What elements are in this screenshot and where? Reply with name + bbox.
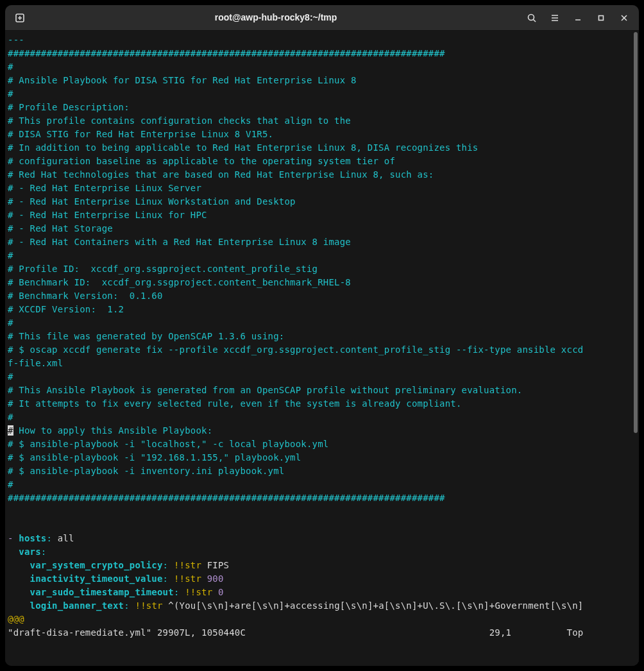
editor-line: # XCCDF Version: 1.2 [8,304,124,314]
editor-line: # [8,62,13,72]
editor-line: # $ ansible-playbook -i inventory.ini pl… [8,466,284,476]
yaml-value: all [52,533,74,543]
yaml-tag: !!str [185,587,212,597]
minimize-button[interactable] [567,8,589,28]
editor-line: # [8,89,13,99]
editor-line: --- [8,35,24,45]
yaml-value: ^(You[\s\n]+are[\s\n]+accessing[\s\n]+a[… [163,600,584,611]
maximize-button[interactable] [590,8,612,28]
new-tab-button[interactable] [9,8,31,28]
editor-line: # [8,479,13,489]
editor-line: # This file was generated by OpenSCAP 1.… [8,331,284,341]
yaml-tag: !!str [135,600,163,611]
editor-line: # In addition to being applicable to Red… [8,142,478,153]
yaml-value: 900 [207,573,224,584]
close-button[interactable] [613,8,635,28]
svg-rect-9 [599,15,604,20]
editor-line: ########################################… [8,48,445,58]
window-title: root@awp-hub-rocky8:~/tmp [32,11,520,24]
search-button[interactable] [521,8,543,28]
editor-line: # $ oscap xccdf generate fix --profile x… [8,344,583,355]
editor-line: # - Red Hat Containers with a Red Hat En… [8,237,351,247]
titlebar: root@awp-hub-rocky8:~/tmp [5,5,639,31]
editor-line: # DISA STIG for Red Hat Enterprise Linux… [8,129,273,139]
yaml-var-key: var_sudo_timestamp_timeout [30,587,174,597]
editor-line: How to apply this Ansible Playbook: [13,425,213,436]
svg-point-3 [529,14,534,20]
yaml-value: FIPS [201,560,229,570]
editor-line: # [8,250,13,260]
editor-line: # Red Hat technologies that are based on… [8,169,434,180]
yaml-var-key: login_banner_text [30,600,124,611]
terminal-window: root@awp-hub-rocky8:~/tmp --- ##########… [5,5,639,666]
status-file: "draft-disa-remediate.yml" 29907L, 10504… [8,627,246,638]
editor-line: # Benchmark ID: xccdf_org.ssgproject.con… [8,277,351,287]
editor-line: # [8,371,13,382]
fold-marker: @@@ [8,614,24,624]
editor-text[interactable]: --- ####################################… [5,31,632,666]
editor-line: # It attempts to fix every selected rule… [8,398,462,409]
status-position: 29,1 [489,627,512,638]
terminal-content[interactable]: --- ####################################… [5,31,639,666]
editor-line: # - Red Hat Storage [8,223,113,234]
yaml-key: vars [19,547,41,557]
svg-line-4 [534,19,536,22]
yaml-value: 0 [218,587,224,597]
menu-button[interactable] [544,8,566,28]
editor-line: ########################################… [8,493,445,503]
yaml-tag: !!str [174,573,201,584]
editor-line: # - Red Hat Enterprise Linux Workstation… [8,196,296,207]
yaml-var-key: var_system_crypto_policy [30,560,163,570]
yaml-tag: !!str [174,560,201,570]
editor-line: # Profile ID: xccdf_org.ssgproject.conte… [8,264,318,274]
editor-line: # $ ansible-playbook -i "192.168.1.155,"… [8,452,301,463]
editor-line: # [8,412,13,422]
editor-line: # This profile contains configuration ch… [8,115,351,126]
editor-line: # Profile Description: [8,102,130,112]
editor-line: # $ ansible-playbook -i "localhost," -c … [8,439,328,449]
cursor: # [8,425,13,436]
yaml-key: hosts [19,533,46,543]
status-scroll: Top [567,627,584,638]
editor-line: # Benchmark Version: 0.1.60 [8,291,163,301]
yaml-dash: - [8,533,13,543]
editor-line: # - Red Hat Enterprise Linux Server [8,183,201,193]
editor-line: # Ansible Playbook for DISA STIG for Red… [8,75,357,85]
editor-line: # configuration baseline as applicable t… [8,156,395,166]
scrollbar-thumb[interactable] [634,32,638,433]
editor-line: # [8,318,13,328]
yaml-var-key: inactivity_timeout_value [30,573,163,584]
editor-line: f-file.xml [8,358,63,368]
scrollbar[interactable] [632,31,639,666]
editor-line: # This Ansible Playbook is generated fro… [8,385,522,395]
editor-line: # - Red Hat Enterprise Linux for HPC [8,210,207,220]
